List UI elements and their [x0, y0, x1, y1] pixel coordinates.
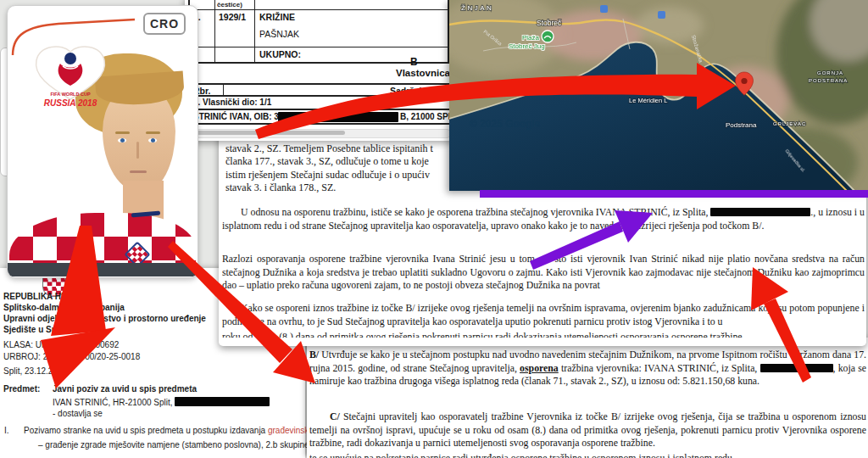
owner-name-prefix: STRINIĆ IVAN, OIB: 3: [193, 112, 279, 121]
map-label-gornja-2: PODSTRANA: [809, 78, 848, 83]
section-title: Vlastovnica: [396, 68, 450, 78]
subject-note: - dostavlja se: [53, 409, 103, 418]
klasa-line: KLASA: UP/I-361-1/000692: [3, 340, 119, 349]
ruling-paragraph-b: B/ Utvrđuje se kako je u stečajnom postu…: [309, 349, 866, 388]
road-shield-icon: [658, 11, 665, 19]
land-registry-document: čestice) 1. 1929/1 KRIŽINE PAŠNJAK UKUPN…: [185, 0, 454, 141]
map-label-znjan: ŽNJAN: [461, 4, 493, 12]
point-c-label: C/: [330, 411, 340, 422]
item-line2: – građenje zgrade mješovite namjene (sta…: [38, 440, 309, 450]
scrollbar-thumb[interactable]: [191, 131, 345, 135]
logo-text-bottom: RUSSIA 2018: [44, 98, 97, 108]
decision-paragraph-2: Razlozi osporavanja osporene tražbine vj…: [222, 253, 865, 293]
decision-line: stavak 3. i članka 178., SZ.: [225, 182, 453, 195]
registry-row-parcel: 1929/1: [214, 9, 255, 47]
subject-label: Predmet:: [3, 384, 40, 394]
map-label-gornja-1: GORNJA: [817, 70, 843, 75]
date-line: Split, 23.12.2025.: [3, 366, 70, 376]
decision-line: članka 177., stavak 3., SZ, odlučuje o t…: [225, 155, 453, 169]
para1-pre: U odnosu na osporenu tražbinu, ističe se…: [241, 206, 710, 218]
col-content: Sadržaj: [390, 86, 421, 96]
ruling-b-text2: tražbina vjerovnika: IVANA STRINIĆ, iz S…: [559, 362, 760, 374]
player-nose: [136, 142, 139, 159]
ownership-share-row: 9. Vlasnički dio: 1/1: [188, 96, 454, 109]
redaction-bar: [760, 364, 833, 372]
croatia-checkered-jersey: [9, 213, 196, 267]
ruling-c-text: Stečajni upravitelj kao osporavatelj tra…: [309, 411, 866, 449]
country-code-badge: CRO: [143, 13, 186, 35]
logo-text-top: FIFA WORLD CUP: [50, 92, 90, 97]
map-label-grljevac: GRLJEVAC: [773, 121, 806, 126]
map-label-beach-2: Stobreč Jug: [509, 42, 545, 50]
subject-title: Javni poziv za uvid u spis predmeta: [53, 384, 197, 394]
decision-line: istim rješenjem Stečajni sudac odlučuje …: [225, 169, 453, 182]
letterhead-country: REPUBLIKA HRVATSKA: [3, 292, 101, 301]
registry-total: UKUPNO:: [254, 47, 449, 64]
map-label-beach-1: Plaža: [522, 34, 540, 42]
urbroj-line: URBROJ: 2181/1-100/20-25-0018: [3, 352, 140, 361]
parcel-name: KRIŽINE: [255, 10, 448, 22]
item-text: Pozivamo stranke na uvid u spis predmeta…: [24, 426, 268, 435]
subject-party-line: IVAN STRINIĆ, HR-21000 Split,: [53, 397, 270, 407]
decision-line: stavak 2., SZ. Temeljem Posebne tablice …: [225, 142, 453, 156]
screenshot-collage: REPUBLIKA HRVATSKA Splitsko-dalmatinska …: [0, 0, 868, 458]
ruling-clipped-line: te se upućuje na pokretanje parnice radi…: [309, 452, 866, 458]
redaction-bar: [278, 112, 398, 122]
owner-row: STRINIĆ IVAN, OIB: 3 B, 21000 SPL: [188, 109, 454, 125]
col-content-cell: Sadržaj: [223, 83, 454, 96]
decision-clipped-bottom-line: roku od osam (8.) dana od primitka ovog …: [222, 331, 865, 338]
map-copyright: © 2025 Google: [470, 118, 541, 130]
parcel-culture: PAŠNJAK: [255, 22, 448, 39]
registry-empty-cell: [214, 47, 255, 64]
redaction-bar: [710, 208, 810, 216]
map-label-hotel: Le Méridien L: [629, 97, 667, 104]
item-text-line: Pozivamo stranke na uvid u spis predmeta…: [24, 426, 314, 435]
point-b-label: B/: [309, 349, 319, 360]
klasa-prefix: KLASA: UP/I-361-: [3, 340, 72, 349]
registry-row-desc: KRIŽINE PAŠNJAK: [254, 9, 449, 47]
player-eye: [148, 138, 157, 142]
urbroj-suffix: 00/20-25-0018: [85, 352, 140, 361]
subject-party: IVAN STRINIĆ, HR-21000 Split,: [53, 398, 173, 407]
ruling-document: B/ Utvrđuje se kako je u stečajnom postu…: [307, 338, 868, 458]
letterhead-seat: Sjedište u Splitu: [3, 325, 70, 334]
horizontal-scrollbar[interactable]: [188, 129, 451, 138]
player-eye: [118, 138, 126, 142]
klasa-suffix: 1/000692: [84, 340, 120, 349]
beach-poi-icon[interactable]: [542, 31, 554, 42]
fifa-sticker-card: CRO FIFA WORLD CUP RUSSIA 2018: [7, 5, 198, 278]
map-label-stobrec: Stobreč: [537, 19, 562, 27]
decision-paragraph-1: U odnosu na osporenu tražbinu, ističe se…: [222, 206, 865, 232]
photo-bottom-bar: [8, 263, 198, 276]
ruling-paragraph-c: C/ Stečajni upravitelj kao osporavatelj …: [309, 411, 866, 450]
section-letter: B: [410, 56, 418, 68]
satellite-map[interactable]: ŽNJAN Stobreč Le Méridien L Podstrana GR…: [449, 0, 868, 191]
redaction-bar: [175, 397, 270, 406]
letterhead-department: Upravni odjel za graditeljstvo i prostor…: [3, 314, 206, 323]
urbroj-prefix: URBROJ: 2181/1-1: [3, 352, 76, 361]
item-number: I.: [4, 426, 9, 435]
letterhead-county: Splitsko-dalmatinska županija: [3, 303, 125, 312]
owner-name-suffix: B, 21000 SPL: [400, 112, 453, 121]
osporena-emphasis: osporena: [520, 362, 559, 374]
player-eyebrow: [146, 131, 160, 134]
player-mouth: [130, 170, 147, 173]
map-label-podstrana: Podstrana: [726, 121, 757, 129]
world-cup-logo: FIFA WORLD CUP RUSSIA 2018: [23, 43, 118, 135]
road-shield-icon: [600, 5, 608, 13]
decision-paragraph-3: Kako se osporeni iznos tražbine iz točke…: [222, 302, 865, 328]
